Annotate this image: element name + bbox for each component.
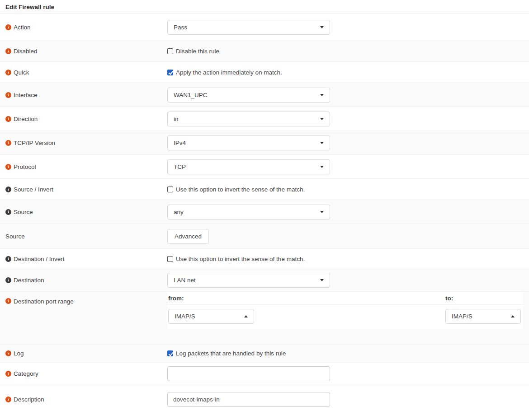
port-to-label: to: — [444, 295, 523, 302]
field-label-direction: Direction — [14, 116, 38, 122]
value-cell-dst-port: from:to:IMAP/SIMAP/S — [167, 292, 529, 344]
row-direction: Directionin — [0, 107, 529, 131]
value-cell-description — [167, 385, 529, 413]
log-checkbox-label[interactable]: Log packets that are handled by this rul… — [167, 350, 286, 357]
interface-selected-value: WAN1_UPC — [174, 92, 208, 98]
info-icon[interactable] — [5, 92, 11, 98]
label-cell-direction: Direction — [0, 107, 167, 131]
row-quick: QuickApply the action immediately on mat… — [0, 62, 529, 83]
info-icon[interactable] — [5, 70, 11, 75]
row-log: LogLog packets that are handled by this … — [0, 345, 529, 363]
ipversion-selected-value: IPv4 — [174, 140, 186, 146]
form-rows: ActionPassDisabledDisable this ruleQuick… — [0, 14, 529, 413]
label-cell-src-invert: Source / Invert — [0, 179, 167, 200]
info-icon[interactable] — [5, 164, 11, 170]
dst-invert-checkbox-text: Use this option to invert the sense of t… — [176, 256, 305, 262]
row-interface: InterfaceWAN1_UPC — [0, 83, 529, 107]
info-icon[interactable] — [5, 116, 11, 122]
disabled-checkbox-label[interactable]: Disable this rule — [167, 48, 219, 55]
protocol-select[interactable]: TCP — [167, 159, 330, 174]
port-to-value: IMAP/S — [452, 313, 472, 320]
chevron-down-icon — [320, 211, 324, 213]
info-icon[interactable] — [5, 397, 11, 402]
row-dst-invert: Destination / InvertUse this option to i… — [0, 249, 529, 269]
field-label-quick: Quick — [14, 69, 29, 76]
value-cell-src: any — [167, 200, 529, 224]
field-label-dst-port: Destination port range — [14, 298, 74, 305]
field-label-interface: Interface — [14, 92, 38, 98]
quick-checkbox-text: Apply the action immediately on match. — [176, 69, 282, 76]
info-icon[interactable] — [5, 298, 11, 304]
log-checkbox[interactable] — [167, 350, 173, 356]
src-invert-checkbox-label[interactable]: Use this option to invert the sense of t… — [167, 186, 305, 193]
info-icon[interactable] — [5, 209, 11, 215]
chevron-up-icon — [244, 315, 248, 317]
label-cell-src: Source — [0, 200, 167, 224]
info-icon[interactable] — [5, 140, 11, 146]
field-label-dst: Destination — [14, 277, 44, 284]
action-select[interactable]: Pass — [167, 20, 330, 35]
description-input[interactable] — [167, 392, 330, 407]
value-cell-direction: in — [167, 107, 529, 131]
port-range-body: IMAP/SIMAP/S — [167, 305, 523, 329]
chevron-down-icon — [320, 142, 324, 144]
src-invert-checkbox[interactable] — [167, 187, 173, 192]
value-cell-interface: WAN1_UPC — [167, 83, 529, 107]
label-cell-dst-port: Destination port range — [0, 292, 167, 344]
label-cell-src-adv: Source — [0, 224, 167, 248]
src-invert-checkbox-text: Use this option to invert the sense of t… — [176, 186, 305, 193]
value-cell-dst-invert: Use this option to invert the sense of t… — [167, 249, 529, 269]
chevron-down-icon — [320, 94, 324, 96]
label-cell-ipversion: TCP/IP Version — [0, 131, 167, 154]
label-cell-protocol: Protocol — [0, 155, 167, 178]
port-to-select[interactable]: IMAP/S — [445, 309, 521, 324]
ipversion-select[interactable]: IPv4 — [167, 135, 330, 150]
port-range-header: from:to: — [167, 292, 523, 305]
label-cell-description: Description — [0, 385, 167, 413]
advanced-button[interactable]: Advanced — [167, 229, 209, 244]
value-cell-protocol: TCP — [167, 155, 529, 178]
field-label-log: Log — [14, 350, 24, 357]
direction-select[interactable]: in — [167, 112, 330, 126]
action-selected-value: Pass — [174, 24, 187, 31]
field-label-src-adv: Source — [5, 233, 25, 240]
info-icon[interactable] — [5, 24, 11, 30]
label-cell-action: Action — [0, 14, 167, 41]
port-range-table: from:to:IMAP/SIMAP/S — [167, 292, 523, 338]
port-from-value: IMAP/S — [175, 313, 195, 320]
field-label-src: Source — [14, 209, 33, 215]
protocol-selected-value: TCP — [174, 163, 186, 170]
row-protocol: ProtocolTCP — [0, 155, 529, 179]
dst-invert-checkbox-label[interactable]: Use this option to invert the sense of t… — [167, 256, 305, 262]
value-cell-dst: LAN net — [167, 269, 529, 291]
info-icon[interactable] — [5, 187, 11, 192]
info-icon[interactable] — [5, 256, 11, 262]
port-from-select[interactable]: IMAP/S — [168, 309, 254, 324]
field-label-ipversion: TCP/IP Version — [14, 140, 55, 146]
row-src: Sourceany — [0, 200, 529, 224]
info-icon[interactable] — [5, 277, 11, 283]
dst-select[interactable]: LAN net — [167, 273, 330, 288]
info-icon[interactable] — [5, 371, 11, 377]
direction-selected-value: in — [174, 116, 179, 122]
port-range-stripe — [167, 329, 523, 338]
disabled-checkbox[interactable] — [167, 48, 173, 54]
interface-select[interactable]: WAN1_UPC — [167, 88, 330, 103]
category-input[interactable] — [167, 366, 330, 381]
chevron-down-icon — [320, 279, 324, 281]
row-ipversion: TCP/IP VersionIPv4 — [0, 131, 529, 155]
label-cell-quick: Quick — [0, 62, 167, 83]
quick-checkbox-label[interactable]: Apply the action immediately on match. — [167, 69, 282, 76]
info-icon[interactable] — [5, 48, 11, 54]
field-label-disabled: Disabled — [14, 48, 38, 55]
field-label-protocol: Protocol — [14, 163, 36, 170]
info-icon[interactable] — [5, 350, 11, 356]
value-cell-src-adv: Advanced — [167, 224, 529, 248]
row-dst-port: Destination port rangefrom:to:IMAP/SIMAP… — [0, 292, 529, 345]
port-to-cell: IMAP/S — [444, 309, 523, 324]
disabled-checkbox-text: Disable this rule — [176, 48, 219, 55]
dst-invert-checkbox[interactable] — [167, 256, 173, 262]
src-select[interactable]: any — [167, 205, 330, 219]
field-label-src-invert: Source / Invert — [14, 186, 53, 193]
quick-checkbox[interactable] — [167, 70, 173, 75]
